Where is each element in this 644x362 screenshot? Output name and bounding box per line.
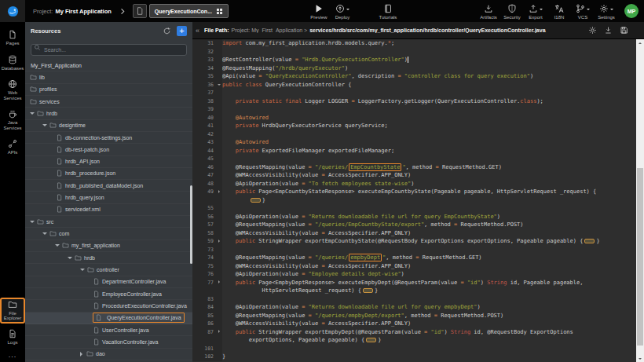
more-options-icon[interactable]: ...	[9, 351, 17, 359]
navbar-action-preview[interactable]: Preview	[307, 2, 331, 21]
grid-icon[interactable]	[216, 8, 223, 15]
code-line[interactable]: 40 @Autowired	[192, 114, 636, 122]
fold-closed-icon[interactable]	[218, 280, 221, 283]
chevron-down-icon[interactable]	[30, 221, 35, 225]
user-avatar[interactable]: MP	[624, 4, 639, 18]
chevron-down-icon[interactable]	[80, 269, 85, 273]
fold-closed-icon[interactable]	[218, 240, 221, 243]
tree-item-hrdb-published-datamodel-json[interactable]: hrdb_published_dataModel.json	[25, 180, 192, 192]
code-line[interactable]: 42	[192, 130, 636, 139]
chevron-right-icon[interactable]	[80, 352, 85, 357]
navbar-action-deploy[interactable]: Deploy	[331, 2, 354, 21]
code-line[interactable]: exportOptions, Pageable pageable) {}	[192, 336, 636, 345]
code-line[interactable]: 38 private static final Logger LOGGER = …	[192, 97, 636, 106]
tree-item-hrdb-procedure-json[interactable]: hrdb_procedure.json	[25, 168, 192, 180]
tree-item-controller[interactable]: controller	[25, 264, 192, 276]
tree-item-employeecontroller-java[interactable]: EmployeeController.java	[25, 288, 192, 300]
scroll-down-icon[interactable]	[636, 355, 644, 362]
rail-item-logs[interactable]: Logs	[1, 327, 24, 347]
navbar-action-vcs[interactable]: VCS	[571, 2, 595, 21]
navbar-action-tutorials[interactable]: Tutorials	[376, 2, 400, 21]
code-line[interactable]: 33@RestController(value = "Hrdb.QueryExe…	[192, 56, 636, 64]
code-line[interactable]: 58 @WMAccessVisibility(value = AccessSpe…	[192, 229, 636, 238]
tree-item-hrdb-query-json[interactable]: hrdb_query.json	[25, 192, 192, 203]
chevron-down-icon[interactable]	[42, 232, 47, 237]
rail-item-apis[interactable]: APIs	[1, 137, 24, 157]
code-line[interactable]: 102}	[192, 353, 636, 361]
chevron-down-icon[interactable]	[42, 124, 47, 129]
code-line[interactable]: 86 @WMAccessVisibility(value = AccessSpe…	[192, 320, 636, 328]
save-file-icon[interactable]	[620, 26, 628, 35]
navbar-action-i18n[interactable]: I18N	[547, 2, 571, 21]
code-fold-icon[interactable]	[251, 198, 261, 203]
code-line[interactable]: 45	[192, 155, 636, 163]
code-line[interactable]: HttpServletRequest _request) {}	[192, 287, 636, 295]
code-line[interactable]: 87 public StringWrapper exportEmpbyDept(…	[192, 328, 636, 337]
tree-item-designtime[interactable]: designtime	[25, 120, 192, 132]
editor-scrollbar-thumb[interactable]	[637, 168, 643, 346]
scroll-up-icon[interactable]	[636, 39, 644, 46]
tree-item-hrdb[interactable]: hrdb	[25, 252, 192, 264]
wavemaker-logo[interactable]	[0, 0, 25, 22]
code-fold-icon[interactable]	[584, 239, 595, 243]
navbar-action-artifacts[interactable]: Artifacts	[477, 2, 500, 21]
code-line[interactable]: 84 @ApiOperation(value = "Returns downlo…	[192, 303, 636, 312]
tree-item-servicedef-xml[interactable]: servicedef.xml	[25, 204, 192, 216]
code-line[interactable]: 101	[192, 345, 636, 353]
tree-item-departmentcontroller-java[interactable]: DepartmentController.java	[25, 276, 192, 288]
fold-open-icon[interactable]	[218, 84, 221, 87]
code-line[interactable]: 59 public StringWrapper exportEmpCountby…	[192, 237, 636, 246]
code-line[interactable]: 55	[192, 204, 636, 213]
chevron-down-icon[interactable]	[30, 112, 35, 117]
navbar-action-settings[interactable]: Settings	[595, 2, 618, 21]
code-line[interactable]: 34@RequestMapping("/hrdb/queryExecutor")	[192, 64, 636, 73]
tree-item-hrdb[interactable]: hrdb	[25, 108, 192, 119]
tree-item-procedureexecutioncontroller-java[interactable]: ProcedureExecutionController.java	[25, 300, 192, 312]
code-line[interactable]: 85 @RequestMapping(value = "/queries/emp…	[192, 312, 636, 320]
search-input[interactable]	[31, 44, 187, 56]
editor-scrollbar[interactable]	[636, 39, 644, 362]
project-name[interactable]: Project:My First Application	[33, 8, 112, 15]
code-line[interactable]: 77 public Page<EmpbyDeptResponse> execut…	[192, 279, 636, 287]
tree-item-profiles[interactable]: profiles	[25, 84, 192, 96]
tree-item-usercontroller-java[interactable]: UserController.java	[25, 324, 192, 336]
code-line[interactable]: 73	[192, 246, 636, 254]
tree-item-com[interactable]: com	[25, 228, 192, 240]
chevron-down-icon[interactable]	[68, 257, 72, 261]
rail-item-web-services[interactable]: Web Services	[1, 78, 24, 102]
code-line[interactable]: 41 private HrdbQueryExecutorService quer…	[192, 122, 636, 130]
code-fold-icon[interactable]	[363, 288, 373, 293]
rail-item-java-services[interactable]: Java Services	[1, 108, 24, 132]
settings-gear-icon[interactable]	[588, 26, 597, 35]
rail-item-file-explorer[interactable]: File Explorer	[1, 298, 24, 323]
rail-item-pages[interactable]: Pages	[1, 28, 24, 48]
tree-item-hrdb-api-json[interactable]: hrdb_API.json	[25, 156, 192, 168]
code-line[interactable]: 49 public Page<EmpCountbyStateResponse> …	[192, 188, 636, 196]
tree-item-src[interactable]: src	[25, 216, 192, 228]
tree-item-lib[interactable]: lib	[25, 71, 192, 83]
tree-item-vacationcontroller-java[interactable]: VacationController.java	[25, 336, 192, 348]
code-line[interactable]: 44 private ExportedFileManager exportedF…	[192, 147, 636, 155]
tab-query-execution-controller[interactable]: QueryExecutionCon...	[149, 4, 229, 18]
code-line[interactable]: 75 @WMAccessVisibility(value = AccessSpe…	[192, 262, 636, 271]
tree-item-my-first-application[interactable]: my_first_application	[25, 240, 192, 252]
fold-closed-icon[interactable]	[218, 190, 221, 193]
code-line[interactable]: 31import com.my_first_application.hrdb.m…	[192, 39, 636, 48]
code-area[interactable]: 31import com.my_first_application.hrdb.m…	[192, 39, 636, 362]
code-line[interactable]: 36public class QueryExecutionController …	[192, 81, 636, 90]
code-line[interactable]: 37	[192, 89, 636, 97]
tree-item-services[interactable]: services	[25, 96, 192, 108]
code-line[interactable]: 83	[192, 295, 636, 304]
code-line[interactable]: 74 @RequestMapping(value = "/queries/emp…	[192, 254, 636, 262]
code-line[interactable]: 56 @ApiOperation(value = "Returns downlo…	[192, 213, 636, 221]
code-line[interactable]: 46 @RequestMapping(value = "/queries/Emp…	[192, 163, 636, 172]
code-line[interactable]: 47 @WMAccessVisibility(value = AccessSpe…	[192, 171, 636, 180]
tree-item-dao[interactable]: dao	[25, 349, 192, 360]
code-line[interactable]: 43 @Autowired	[192, 138, 636, 147]
code-fold-icon[interactable]	[366, 338, 376, 342]
code-line[interactable]: 48 @ApiOperation(value = "To fetch emplo…	[192, 180, 636, 188]
fold-closed-icon[interactable]	[218, 330, 221, 333]
code-line[interactable]: 39	[192, 105, 636, 114]
add-resource-button[interactable]: +	[177, 26, 187, 36]
tree-item-db-connection-settings-json[interactable]: db-connection-settings.json	[25, 132, 192, 144]
